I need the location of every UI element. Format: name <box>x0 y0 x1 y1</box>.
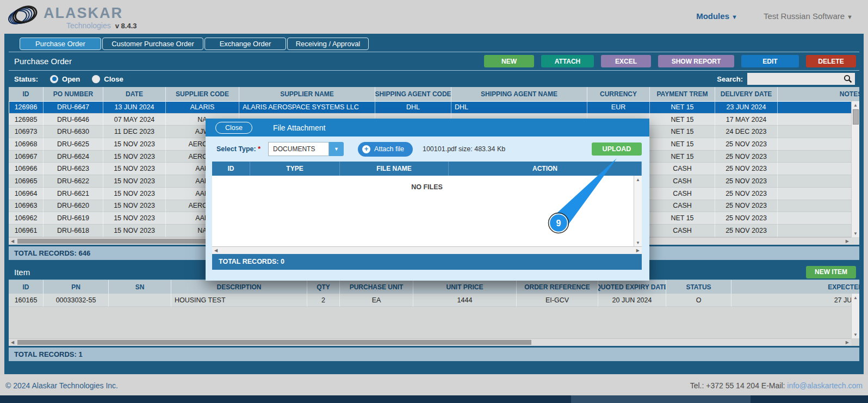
type-select[interactable]: DOCUMENTS ▼ <box>268 142 344 156</box>
tab-customer-purchase-order[interactable]: Customer Purchase Order <box>102 38 203 50</box>
column-header: ORDER REFERENCE <box>517 280 598 294</box>
table-cell: EI-GCV <box>517 294 598 307</box>
table-cell: CASH <box>650 175 715 188</box>
scroll-left-icon[interactable]: ◀ <box>11 340 14 345</box>
column-header: ID <box>9 87 44 101</box>
table-cell: DRU-6618 <box>44 225 103 237</box>
user-menu[interactable]: Test Russian Software▼ <box>764 11 853 21</box>
scroll-left-icon[interactable]: ◀ <box>11 239 14 244</box>
attach-button[interactable]: ATTACH <box>541 55 594 67</box>
item-hscroll-thumb[interactable] <box>17 340 531 345</box>
table-cell: DRU-6625 <box>44 138 103 151</box>
po-vertical-scrollbar[interactable]: ▲ ▼ <box>851 101 859 237</box>
table-cell <box>778 212 859 225</box>
app-header: ALASKAR Technologies v 8.4.3 Modules▼ Te… <box>0 0 868 32</box>
table-cell: 106964 <box>9 188 44 200</box>
table-cell: DRU-6630 <box>44 126 103 138</box>
tab-receiving-approval[interactable]: Receiving / Approval <box>287 38 369 50</box>
delete-button[interactable]: DELETE <box>806 55 856 67</box>
attachment-table-body: NO FILES ▲ ▼ <box>212 176 642 246</box>
required-asterisk: * <box>258 145 261 153</box>
column-header: UNIT PRICE <box>413 280 517 294</box>
chevron-down-icon: ▼ <box>731 14 737 20</box>
modal-close-button[interactable]: Close <box>215 122 252 134</box>
table-cell: 11 DEC 2023 <box>103 126 166 138</box>
modal-vertical-scrollbar[interactable]: ▲ ▼ <box>634 176 642 246</box>
table-cell: 20 JUN 2024 <box>598 294 666 307</box>
table-cell: DRU-6619 <box>44 212 103 225</box>
table-cell: 24 DEC 2023 <box>715 126 778 138</box>
table-row[interactable]: 16016500033032-55HOUSING TEST2EA1444EI-G… <box>9 294 859 307</box>
table-cell: ALARIS AEROSPACE SYSTEMS LLC <box>239 101 375 114</box>
table-cell: 106966 <box>9 163 44 175</box>
table-cell: 106962 <box>9 212 44 225</box>
modal-title: File Attachment <box>273 123 326 132</box>
status-open-radio[interactable] <box>50 75 58 83</box>
table-cell <box>778 126 859 138</box>
column-header: ACTION <box>449 162 642 176</box>
scroll-down-icon[interactable]: ▼ <box>852 231 859 236</box>
scroll-up-icon[interactable]: ▲ <box>634 177 642 182</box>
excel-button[interactable]: EXCEL <box>601 55 651 67</box>
po-vscroll-thumb[interactable] <box>853 109 859 125</box>
column-header: SN <box>109 280 171 294</box>
scroll-up-icon[interactable]: ▲ <box>852 103 859 108</box>
table-cell: DRU-6623 <box>44 163 103 175</box>
show-report-button[interactable]: SHOW REPORT <box>658 55 734 67</box>
table-cell: DRU-6621 <box>44 188 103 200</box>
modules-menu[interactable]: Modules▼ <box>696 11 737 21</box>
module-tabs: Purchase Order Customer Purchase Order E… <box>9 36 859 52</box>
new-item-button[interactable]: NEW ITEM <box>806 266 856 278</box>
table-cell: 2 <box>307 294 340 307</box>
chevron-down-icon[interactable]: ▼ <box>329 142 344 156</box>
search-icon[interactable] <box>844 75 852 83</box>
table-cell <box>778 188 859 200</box>
scroll-right-icon[interactable]: ▶ <box>636 248 640 253</box>
modal-controls: Select Type: * DOCUMENTS ▼ + Attach file… <box>206 137 649 162</box>
table-cell: 15 NOV 2023 <box>103 151 166 163</box>
scroll-down-icon[interactable]: ▼ <box>634 240 642 245</box>
modal-horizontal-scrollbar[interactable]: ◀ ▶ <box>212 246 642 254</box>
column-header: QTY <box>307 280 340 294</box>
table-row[interactable]: 126986DRU-664713 JUN 2024ALARISALARIS AE… <box>9 101 859 114</box>
new-button[interactable]: NEW <box>484 55 534 67</box>
scroll-right-icon[interactable]: ▶ <box>846 340 849 345</box>
column-header: DELIVERY DATE <box>715 87 778 101</box>
po-table-header: IDPO NUMBERDATESUPPLIER CODESUPPLIER NAM… <box>9 87 859 101</box>
column-header: ID <box>212 162 250 176</box>
status-open-label: Open <box>62 75 80 83</box>
table-cell: 13 JUN 2024 <box>103 101 166 114</box>
upload-button[interactable]: UPLOAD <box>592 142 642 156</box>
column-header: FILE NAME <box>340 162 449 176</box>
attachment-table-header: IDTYPEFILE NAMEACTION <box>212 162 642 176</box>
edit-button[interactable]: EDIT <box>741 55 799 67</box>
email-link[interactable]: info@alaskartech.com <box>787 381 863 390</box>
column-header: SUPPLIER CODE <box>166 87 239 101</box>
scroll-left-icon[interactable]: ◀ <box>214 248 218 253</box>
scroll-down-icon[interactable]: ▼ <box>852 332 859 337</box>
table-cell: ALARIS <box>166 101 239 114</box>
table-cell: NET 15 <box>650 101 715 114</box>
table-cell: 15 NOV 2023 <box>103 138 166 151</box>
item-horizontal-scrollbar[interactable]: ◀ ▶ <box>9 338 851 346</box>
table-cell: 25 NOV 2023 <box>715 175 778 188</box>
scroll-up-icon[interactable]: ▲ <box>852 295 859 300</box>
tab-purchase-order[interactable]: Purchase Order <box>20 38 101 50</box>
brand-name: ALASKAR <box>44 6 137 21</box>
table-cell: 25 NOV 2023 <box>715 188 778 200</box>
table-cell: DRU-6620 <box>44 200 103 213</box>
file-attachment-modal: Close File Attachment Select Type: * DOC… <box>206 119 649 281</box>
status-close-radio[interactable] <box>92 75 100 83</box>
table-cell: NET 15 <box>650 114 715 126</box>
column-header: SHIPPING AGENT CODE <box>375 87 451 101</box>
table-cell: 106968 <box>9 138 44 151</box>
scroll-right-icon[interactable]: ▶ <box>846 239 849 244</box>
attach-file-button[interactable]: + Attach file <box>358 142 413 157</box>
table-cell: 15 NOV 2023 <box>103 225 166 237</box>
search-label: Search: <box>717 75 743 83</box>
brand-logo: ALASKAR Technologies v 8.4.3 <box>7 3 137 29</box>
item-vertical-scrollbar[interactable]: ▲ ▼ <box>851 294 859 338</box>
tab-exchange-order[interactable]: Exchange Order <box>204 38 286 50</box>
table-cell: 07 MAY 2024 <box>103 114 166 126</box>
search-input[interactable] <box>747 73 855 85</box>
